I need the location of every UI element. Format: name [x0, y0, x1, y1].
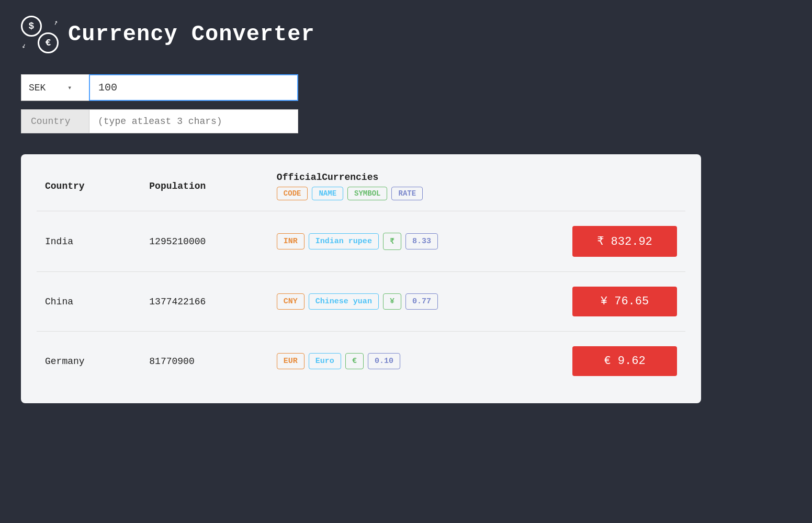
badge-code-2: EUR [277, 353, 304, 369]
country-search-input[interactable] [89, 109, 298, 133]
sub-headers: CODE NAME SYMBOL RATE [277, 187, 538, 200]
table-row: Germany 81770900 EUR Euro € 0.10 € 9.62 [37, 332, 685, 391]
country-search-row: Country [21, 109, 791, 133]
country-label: Country [21, 109, 89, 133]
cell-currencies: INR Indian rupee ₹ 8.33 [268, 211, 546, 272]
results-table-container: Country Population OfficialCurrencies CO… [21, 154, 701, 403]
sub-header-symbol: SYMBOL [347, 187, 387, 200]
convert-button-1[interactable]: ¥ 76.65 [572, 287, 677, 316]
col-header-official-currencies: OfficialCurrencies CODE NAME SYMBOL RATE [268, 167, 546, 211]
amount-input[interactable] [89, 74, 298, 101]
euro-coin-icon: € [38, 32, 59, 53]
results-table: Country Population OfficialCurrencies CO… [37, 167, 685, 391]
table-row: China 1377422166 CNY Chinese yuan ¥ 0.77… [37, 272, 685, 332]
cell-country: India [37, 211, 141, 272]
cell-currencies: CNY Chinese yuan ¥ 0.77 [268, 272, 546, 332]
badge-symbol-2: € [345, 353, 364, 369]
convert-button-2[interactable]: € 9.62 [572, 346, 677, 376]
cell-convert-1: ¥ 76.65 [546, 272, 685, 332]
badge-symbol-1: ¥ [383, 293, 401, 310]
cell-population: 81770900 [141, 332, 268, 391]
badge-name-1: Chinese yuan [309, 293, 379, 310]
currency-select-wrapper[interactable]: SEK USD EUR GBP ▾ [21, 74, 89, 101]
currency-amount-row: SEK USD EUR GBP ▾ [21, 74, 791, 101]
badge-code-0: INR [277, 233, 304, 249]
app-header: $ ↗ ↗ € Currency Converter [21, 16, 791, 53]
cell-country: Germany [37, 332, 141, 391]
cell-country: China [37, 272, 141, 332]
dollar-coin-icon: $ [21, 16, 42, 37]
chevron-down-icon: ▾ [67, 83, 72, 92]
sub-header-code: CODE [277, 187, 308, 200]
app-icon: $ ↗ ↗ € [21, 16, 59, 53]
badge-rate-1: 0.77 [405, 293, 438, 310]
badge-symbol-0: ₹ [383, 233, 401, 250]
col-header-population: Population [141, 167, 268, 211]
col-header-convert [546, 167, 685, 211]
badge-name-0: Indian rupee [309, 233, 379, 249]
arrow-top-right-icon: ↗ [52, 17, 59, 27]
sub-header-rate: RATE [391, 187, 423, 200]
cell-currencies: EUR Euro € 0.10 [268, 332, 546, 391]
table-row: India 1295210000 INR Indian rupee ₹ 8.33… [37, 211, 685, 272]
badge-rate-2: 0.10 [368, 353, 400, 369]
app-title: Currency Converter [68, 22, 315, 47]
sub-header-name: NAME [312, 187, 343, 200]
badge-rate-0: 8.33 [405, 233, 438, 249]
arrow-bottom-left-icon: ↗ [20, 42, 28, 52]
cell-convert-2: € 9.62 [546, 332, 685, 391]
cell-convert-0: ₹ 832.92 [546, 211, 685, 272]
col-header-country: Country [37, 167, 141, 211]
cell-population: 1295210000 [141, 211, 268, 272]
convert-button-0[interactable]: ₹ 832.92 [572, 226, 677, 257]
currency-select[interactable]: SEK USD EUR GBP [29, 83, 65, 93]
badge-code-1: CNY [277, 293, 304, 310]
badge-name-2: Euro [309, 353, 341, 369]
table-header-row: Country Population OfficialCurrencies CO… [37, 167, 685, 211]
controls-section: SEK USD EUR GBP ▾ Country [21, 74, 791, 133]
cell-population: 1377422166 [141, 272, 268, 332]
